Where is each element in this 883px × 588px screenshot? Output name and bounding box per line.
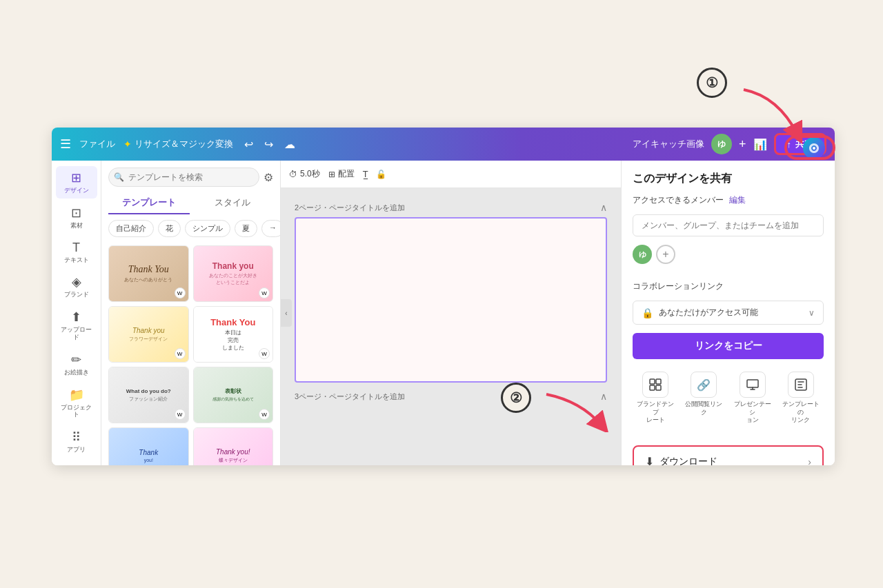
upload-icon: ⬆ <box>71 310 81 325</box>
file-label[interactable]: ファイル <box>79 138 115 150</box>
download-row[interactable]: ⬇ ダウンロード › <box>633 445 824 465</box>
page-canvas-2[interactable] <box>295 217 607 383</box>
category-tag-more[interactable]: → <box>261 220 280 237</box>
download-icon: ⬇ <box>645 455 654 465</box>
app-container: ☰ ファイル ✦ リサイズ＆マジック変換 ↩ ↪ ☁ アイキャッチ画像 ゆ + … <box>52 128 835 465</box>
share-option-presentation[interactable]: プレゼンテーション <box>730 367 775 429</box>
member-avatar: ゆ <box>633 245 652 264</box>
template-badge-2: W <box>259 287 270 298</box>
template-badge-5: W <box>175 409 186 420</box>
brand-template-icon <box>642 372 668 398</box>
search-input[interactable] <box>108 168 259 187</box>
template-card-8[interactable]: Thank you! 蝶々デザイン W <box>193 427 274 465</box>
member-search-input[interactable] <box>633 214 824 236</box>
category-tag-flower[interactable]: 花 <box>158 220 181 237</box>
share-option-template-link[interactable]: テンプレートのリンク <box>778 367 824 429</box>
sidebar-item-apps[interactable]: ⠿ アプリ <box>56 425 97 458</box>
svg-rect-5 <box>747 380 758 387</box>
share-panel: このデザインを共有 アクセスできるメンバー 編集 ゆ + コラボレーションリンク… <box>621 161 835 465</box>
annotation-circle-2: ② <box>501 383 531 413</box>
tab-template[interactable]: テンプレート <box>108 192 190 214</box>
share-option-public[interactable]: 🔗 公開閲覧リンク <box>681 367 726 429</box>
navbar-actions: ↩ ↪ ☁ <box>241 135 298 154</box>
copy-link-button[interactable]: リンクをコピー <box>633 333 824 359</box>
text-tool-icon: T̲ <box>363 170 368 179</box>
template-card-4[interactable]: Thank You 本日は完売しました W <box>193 306 274 363</box>
dropdown-arrow: ∨ <box>808 308 815 318</box>
layout-icon: ⊞ <box>328 170 335 179</box>
search-bar: 🔍 ⚙ <box>101 161 280 187</box>
template-link-label: テンプレートのリンク <box>780 401 822 425</box>
lock-icon: 🔓 <box>376 170 386 179</box>
category-tag-summer[interactable]: 夏 <box>235 220 257 237</box>
sidebar-item-project[interactable]: 📁 プロジェクト <box>56 383 97 423</box>
brand-icon: ◈ <box>72 274 81 290</box>
template-card-6[interactable]: 表彰状 感謝の気持ちを込めて W <box>193 367 274 423</box>
lock-tool[interactable]: 🔓 <box>376 170 386 179</box>
timer-icon: ⏱ <box>289 170 297 179</box>
search-input-wrapper: 🔍 <box>108 168 259 187</box>
access-section-label: アクセスできるメンバー 編集 <box>633 194 824 206</box>
toolbar-strip: ⏱ 5.0秒 ⊞ 配置 T̲ 🔓 <box>281 161 621 188</box>
template-badge-3: W <box>175 348 186 359</box>
add-member-button[interactable]: + <box>656 245 675 264</box>
apps-icon: ⠿ <box>72 429 81 445</box>
sidebar-item-material[interactable]: ⊡ 素材 <box>56 201 97 234</box>
layout-control[interactable]: ⊞ 配置 <box>328 168 355 180</box>
tab-style[interactable]: スタイル <box>192 192 274 214</box>
access-dropdown[interactable]: 🔒 あなただけがアクセス可能 ∨ <box>633 301 824 325</box>
page-section-2: 2ページ・ページタイトルを追加 ∧ <box>295 202 607 383</box>
menu-icon[interactable]: ☰ <box>60 136 71 152</box>
timer-control[interactable]: ⏱ 5.0秒 <box>289 168 320 180</box>
page-collapse-2[interactable]: ∧ <box>600 202 607 213</box>
template-card-2[interactable]: Thank you あなたのことが大好きということだよ W <box>193 245 274 302</box>
category-tag-intro[interactable]: 自己紹介 <box>108 220 154 237</box>
template-tabs: テンプレート スタイル <box>101 187 280 214</box>
sidebar-icons: ⊞ デザイン ⊡ 素材 T テキスト ◈ ブランド ⬆ アップロード ✏ お絵描… <box>52 161 101 465</box>
project-icon: 📁 <box>69 387 84 403</box>
user-avatar[interactable]: ゆ <box>711 134 732 154</box>
sidebar-item-brand[interactable]: ◈ ブランド <box>56 270 97 303</box>
sidebar-item-text[interactable]: T テキスト <box>56 236 97 268</box>
resize-label[interactable]: ✦ リサイズ＆マジック変換 <box>123 138 233 150</box>
filter-icon[interactable]: ⚙ <box>264 171 273 184</box>
share-option-brand[interactable]: ブランドテンプレート <box>633 367 678 429</box>
public-link-icon: 🔗 <box>691 372 717 398</box>
arrow-1 <box>737 83 806 145</box>
category-tag-simple[interactable]: シンプル <box>185 220 230 237</box>
template-grid: Thank You あなたへのありがとう W Thank you あなたのことが… <box>101 243 280 465</box>
navbar: ☰ ファイル ✦ リサイズ＆マジック変換 ↩ ↪ ☁ アイキャッチ画像 ゆ + … <box>52 128 835 161</box>
text-icon: T <box>72 241 80 255</box>
template-card-7[interactable]: Thank you! W <box>108 427 189 465</box>
sidebar-item-draw[interactable]: ✏ お絵描き <box>56 348 97 381</box>
cloud-save-button[interactable]: ☁ <box>281 135 298 154</box>
collab-label: コラボレーションリンク <box>633 281 824 292</box>
template-panel: 🔍 ⚙ テンプレート スタイル 自己紹介 花 シンプル 夏 → <box>101 161 281 465</box>
template-card-5[interactable]: What do you do? ファッション紹介 W <box>108 367 189 423</box>
sidebar-item-upload[interactable]: ⬆ アップロード <box>56 305 97 345</box>
redo-button[interactable]: ↪ <box>261 135 276 154</box>
edit-access-link[interactable]: 編集 <box>729 194 746 206</box>
app-title: アイキャッチ画像 <box>633 138 704 150</box>
template-card-1[interactable]: Thank You あなたへのありがとう W <box>108 245 189 302</box>
panel-toggle[interactable]: ‹ <box>281 299 292 327</box>
category-tags: 自己紹介 花 シンプル 夏 → <box>101 214 280 243</box>
add-member-row: ゆ + <box>633 245 824 264</box>
share-options-grid: ブランドテンプレート 🔗 公開閲覧リンク プレゼンテーション <box>633 367 824 429</box>
svg-rect-2 <box>656 379 661 384</box>
undo-button[interactable]: ↩ <box>241 135 256 154</box>
sidebar-item-design[interactable]: ⊞ デザイン <box>56 166 97 199</box>
text-tool[interactable]: T̲ <box>363 170 368 179</box>
page-label-2: 2ページ・ページタイトルを追加 ∧ <box>295 202 607 213</box>
template-card-3[interactable]: Thank you フラワーデザイン W <box>108 306 189 363</box>
template-badge-6: W <box>259 409 270 420</box>
svg-rect-1 <box>650 379 655 384</box>
share-panel-title: このデザインを共有 <box>633 172 824 186</box>
design-icon: ⊞ <box>71 170 81 185</box>
material-icon: ⊡ <box>71 205 81 221</box>
download-arrow: › <box>808 456 811 465</box>
public-link-label: 公開閲覧リンク <box>682 401 725 416</box>
annotation-circle-1: ① <box>697 68 727 98</box>
presentation-label: プレゼンテーション <box>731 401 774 425</box>
search-icon: 🔍 <box>114 172 124 182</box>
